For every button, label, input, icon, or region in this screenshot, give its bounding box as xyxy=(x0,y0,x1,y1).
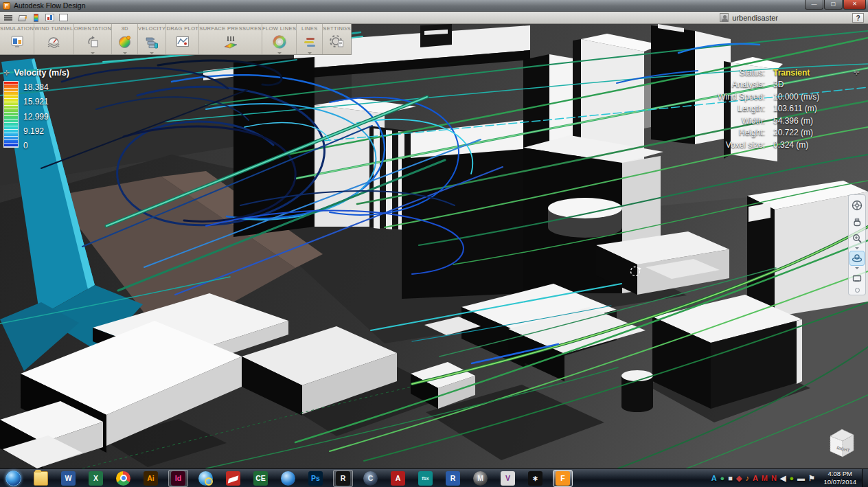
tray-icon-m-red[interactable]: M xyxy=(762,474,768,482)
velocity-legend[interactable]: ✛ Velocity (m/s) 18.38415.92112.9999.192… xyxy=(3,68,69,150)
toolbar-group-orientation[interactable]: ORIENTATION xyxy=(74,24,113,54)
info-row: Voxel size: 0.324 (m) xyxy=(693,139,849,151)
info-row: Analysis: 3D xyxy=(693,79,849,91)
velocity-icon[interactable] xyxy=(144,33,159,51)
view-cube[interactable]: RIGHT xyxy=(821,423,861,463)
info-label: Analysis: xyxy=(693,80,765,89)
tray-icon-snipping[interactable]: ■ xyxy=(728,474,733,482)
taskbar-icon-3dsmax[interactable]: ∗ xyxy=(525,470,545,487)
simulation-info-panel[interactable]: ✛ Status: Transient Analysis: 3D Wind Sp… xyxy=(693,67,849,151)
3d-icon[interactable] xyxy=(117,33,133,51)
settings-icon[interactable] xyxy=(330,33,345,51)
taskbar-apps: W X Ai Id xyxy=(3,470,580,487)
info-value: 0.324 (m) xyxy=(773,140,849,150)
orientation-icon[interactable] xyxy=(85,33,100,51)
orientation-caret-icon[interactable] xyxy=(91,52,95,54)
lines-icon[interactable] xyxy=(302,33,317,51)
orbit-icon[interactable] xyxy=(849,251,865,266)
taskbar-icon-photoshop[interactable]: Ps xyxy=(306,470,326,487)
pan-icon[interactable] xyxy=(849,214,865,229)
info-row: Height: 20.722 (m) xyxy=(693,127,849,139)
lines-caret-icon[interactable] xyxy=(308,52,312,54)
toolbar-group-settings[interactable]: SETTINGS xyxy=(323,24,351,54)
window-toggle-icon[interactable] xyxy=(58,13,69,23)
user-avatar xyxy=(720,13,729,22)
minimize-button[interactable]: — xyxy=(805,0,823,10)
toolbar-group-wind-tunnel[interactable]: WIND TUNNEL xyxy=(34,24,73,54)
taskbar-icon-vray[interactable]: V xyxy=(498,470,518,487)
tray-icon-n-red[interactable]: N xyxy=(771,474,777,482)
help-button[interactable]: ? xyxy=(852,13,864,23)
legend-move-icon[interactable]: ✛ xyxy=(3,69,10,78)
legend-tick: 12.999 xyxy=(23,112,49,122)
navbar-options-icon[interactable] xyxy=(855,288,860,293)
flow-lines-icon[interactable] xyxy=(272,33,287,51)
steering-wheel-icon[interactable] xyxy=(849,198,865,213)
toolbar-group-velocity[interactable]: VELOCITY xyxy=(138,24,166,54)
taskbar-start-button[interactable] xyxy=(3,470,23,487)
close-button[interactable]: ✕ xyxy=(843,0,866,10)
taskbar-icon-illustrator[interactable]: Ai xyxy=(141,470,161,487)
windows-taskbar: W X Ai Id xyxy=(0,468,868,487)
wind-tunnel-icon[interactable] xyxy=(46,33,61,51)
velocity-caret-icon[interactable] xyxy=(150,52,154,54)
toolbar-group-flow-lines[interactable]: FLOW LINES xyxy=(262,24,297,54)
show-desktop-button[interactable] xyxy=(862,469,868,487)
tray-icon-audio-orange[interactable]: ♪ xyxy=(745,474,749,482)
tray-icon-nvidia[interactable]: ● xyxy=(789,474,794,482)
info-value: Transient xyxy=(773,68,849,78)
title-bar[interactable]: F Autodesk Flow Design — ▢ ✕ xyxy=(0,0,868,12)
taskbar-icon-rhino[interactable]: R xyxy=(333,470,353,487)
surface-pressures-icon[interactable] xyxy=(222,33,239,51)
toolbar-group-surface-pressures[interactable]: SURFACE PRESSURES xyxy=(199,24,262,54)
toolbar-group-lines[interactable]: LINES xyxy=(297,24,323,54)
tray-icon-autodesk[interactable]: A xyxy=(711,474,717,482)
taskbar-icon-revit[interactable]: R xyxy=(443,470,463,487)
simulation-icon[interactable] xyxy=(10,33,25,51)
tray-icon-shield[interactable]: ◆ xyxy=(736,474,742,483)
maximize-button[interactable]: ▢ xyxy=(824,0,843,10)
menu-icon[interactable] xyxy=(3,13,14,23)
info-value: 103.611 (m) xyxy=(773,104,849,113)
info-panel-move-icon[interactable]: ✛ xyxy=(854,68,860,77)
legend-tick: 18.384 xyxy=(23,82,49,92)
taskbar-icon-chrome[interactable] xyxy=(113,470,133,487)
zoom-icon[interactable] xyxy=(849,231,865,246)
appearance-icon[interactable] xyxy=(16,13,27,23)
info-row: Width: 54.396 (m) xyxy=(693,115,849,127)
tray-icon-action-center[interactable]: ⚑ xyxy=(808,474,815,483)
app-logo-icon: F xyxy=(3,2,10,10)
user-name[interactable]: urbendisaster xyxy=(732,14,778,22)
toolbar-group-3d[interactable]: 3D xyxy=(112,24,138,54)
zoom-dropdown-caret[interactable] xyxy=(855,247,859,249)
taskbar-icon-explorer[interactable] xyxy=(31,470,51,487)
taskbar-icon-cinema4d[interactable]: C xyxy=(361,470,380,487)
flow-lines-caret-icon[interactable] xyxy=(277,52,282,54)
look-at-icon[interactable] xyxy=(849,271,865,286)
taskbar-icon-autocad[interactable]: A xyxy=(388,470,408,487)
toolbar-group-simulation[interactable]: SIMULATION xyxy=(0,24,34,54)
info-row: Wind Speed: 10.000 (m/s) xyxy=(693,91,849,103)
taskbar-icon-sketchup[interactable] xyxy=(223,470,243,487)
drag-plot-icon[interactable] xyxy=(175,33,190,51)
tray-icon-globe[interactable]: ● xyxy=(720,474,725,482)
taskbar-icon-excel[interactable]: X xyxy=(86,470,106,487)
taskbar-icon-indesign[interactable]: Id xyxy=(168,470,188,487)
taskbar-icon-word[interactable]: W xyxy=(58,470,78,487)
taskbar-icon-earth-search[interactable] xyxy=(196,470,216,487)
orbit-dropdown-caret[interactable] xyxy=(855,267,859,269)
taskbar-icon-mudbox[interactable]: M xyxy=(470,470,490,487)
taskbar-icon-fbx[interactable]: fbx xyxy=(415,470,435,487)
info-label: Voxel size: xyxy=(693,140,765,150)
3d-caret-icon[interactable] xyxy=(123,52,127,54)
tray-icon-network[interactable]: ▬ xyxy=(797,474,805,482)
taskbar-clock[interactable]: 4:08 PM 10/07/2014 xyxy=(823,470,856,486)
tray-icon-acrobat[interactable]: A xyxy=(753,474,758,482)
taskbar-icon-ce[interactable]: CE xyxy=(251,470,271,487)
taskbar-icon-google-earth[interactable] xyxy=(278,470,298,487)
tray-icon-volume[interactable]: ◀ xyxy=(780,474,786,483)
plot-toggle-icon[interactable] xyxy=(44,13,55,23)
toolbar-group-drag-plot[interactable]: DRAG PLOT xyxy=(166,24,199,54)
legend-toggle-icon[interactable] xyxy=(30,13,41,23)
taskbar-icon-flow-design[interactable]: F xyxy=(553,470,573,487)
